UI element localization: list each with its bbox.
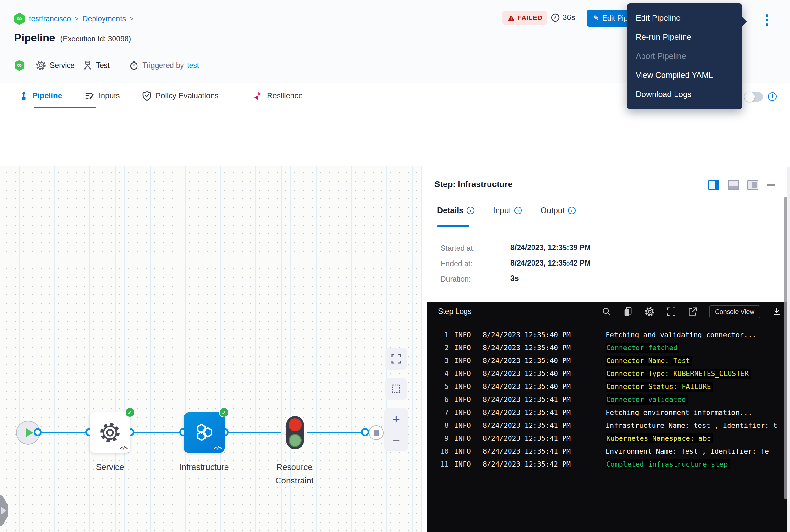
- pipeline-end-node[interactable]: [369, 425, 384, 440]
- node-infrastructure[interactable]: </>: [184, 412, 225, 453]
- menu-item-abort-pipeline: Abort Pipeline: [627, 46, 743, 66]
- log-level: INFO: [454, 344, 483, 352]
- service-name[interactable]: Service: [50, 61, 75, 70]
- log-line-11: 11INFO8/24/2023 12:35:42 PMCompleted inf…: [427, 458, 790, 471]
- policy-shield-icon: [142, 91, 151, 101]
- log-level: INFO: [454, 369, 483, 378]
- elapsed-time: 36s: [551, 13, 575, 22]
- toggle-knob: [745, 92, 755, 102]
- external-link-icon[interactable]: [688, 307, 697, 316]
- scrollbar-track[interactable]: [787, 167, 790, 532]
- duration-value: 3s: [510, 274, 519, 283]
- node-port[interactable]: [34, 428, 42, 436]
- log-level: INFO: [454, 421, 483, 430]
- tab-inputs[interactable]: Inputs: [85, 84, 120, 108]
- info-icon[interactable]: i: [768, 92, 777, 101]
- fullscreen-icon: [391, 354, 402, 364]
- tab-details[interactable]: Detailsi: [437, 206, 474, 215]
- breadcrumb-separator: >: [130, 15, 134, 23]
- log-message: Infrastructure Name: test , Identifier: …: [605, 421, 777, 430]
- expand-left-panel-handle[interactable]: [0, 493, 8, 529]
- log-level: INFO: [454, 447, 483, 455]
- menu-item-view-compiled-yaml[interactable]: View Compiled YAML: [627, 66, 743, 85]
- log-timestamp: 8/24/2023 12:35:40 PM: [483, 344, 580, 352]
- tab-input[interactable]: Inputi: [493, 206, 522, 215]
- download-icon[interactable]: [772, 307, 781, 316]
- log-line-number: 1: [427, 331, 449, 339]
- page-title: Pipeline: [14, 32, 55, 44]
- search-icon[interactable]: [602, 307, 611, 316]
- breadcrumb-deployments[interactable]: Deployments: [82, 15, 126, 23]
- log-level: INFO: [454, 382, 483, 391]
- ended-at-value: 8/24/2023, 12:35:42 PM: [510, 259, 591, 268]
- breadcrumb-project[interactable]: testfrancisco: [29, 15, 71, 23]
- node-service[interactable]: </>: [90, 412, 130, 453]
- gear-icon: [100, 422, 120, 443]
- layout-right-split-icon[interactable]: [709, 180, 719, 190]
- log-level: INFO: [454, 460, 483, 468]
- stage-summary-bar: deploy Started at: 8/24/2023, 12:35:11 P…: [0, 109, 790, 166]
- resilience-chaos-icon: [253, 91, 263, 101]
- fit-to-screen-button[interactable]: [385, 348, 407, 369]
- log-level: INFO: [454, 396, 483, 403]
- triggered-by-user[interactable]: test: [187, 61, 199, 70]
- menu-item-download-logs[interactable]: Download Logs: [627, 85, 743, 104]
- tab-policy-evaluations[interactable]: Policy Evaluations: [142, 84, 219, 108]
- zoom-controls: + −: [384, 408, 408, 452]
- log-lines[interactable]: 1INFO8/24/2023 12:35:40 PMFetching and v…: [427, 321, 790, 471]
- node-label-infrastructure: Infrastructure: [171, 460, 237, 474]
- zoom-in-button[interactable]: +: [392, 413, 400, 425]
- log-line-8: 8INFO8/24/2023 12:35:41 PMInfrastructure…: [427, 419, 790, 432]
- success-check-badge: ✓: [125, 407, 135, 417]
- duration-label: Duration:: [441, 275, 471, 284]
- node-resource-constraint[interactable]: [286, 416, 304, 449]
- layout-floating-icon[interactable]: [747, 180, 758, 190]
- pencil-icon: ✎: [593, 14, 599, 22]
- log-line-number: 5: [427, 382, 449, 391]
- menu-item-edit-pipeline[interactable]: Edit Pipeline: [627, 8, 743, 27]
- tab-output[interactable]: Outputi: [541, 206, 576, 215]
- kebab-menu-icon[interactable]: [762, 12, 772, 28]
- zoom-out-button[interactable]: −: [392, 434, 400, 447]
- step-panel-title: Step: Infrastructure: [435, 179, 513, 189]
- environment-name[interactable]: Test: [96, 61, 110, 70]
- traffic-light-red: [289, 418, 302, 431]
- copy-icon[interactable]: [623, 307, 633, 317]
- log-line-number: 8: [427, 421, 449, 430]
- view-toggle[interactable]: [744, 92, 763, 101]
- layout-bottom-split-icon[interactable]: [728, 180, 739, 190]
- node-label-service: Service: [90, 460, 130, 474]
- triggered-by-label: Triggered by: [142, 61, 184, 70]
- console-view-button[interactable]: Console View: [710, 305, 760, 318]
- log-line-number: 2: [427, 344, 449, 352]
- minimize-panel-icon[interactable]: [767, 184, 775, 186]
- info-icon[interactable]: i: [568, 207, 576, 214]
- log-line-7: 7INFO8/24/2023 12:35:41 PMFetching envir…: [427, 406, 790, 419]
- breadcrumb-separator: >: [75, 15, 79, 23]
- log-timestamp: 8/24/2023 12:35:40 PM: [483, 382, 580, 391]
- log-line-number: 10: [427, 447, 449, 455]
- pipeline-canvas[interactable]: </> ✓ </> ✓ Service Infrastructure Resou…: [0, 166, 422, 532]
- menu-item-re-run-pipeline[interactable]: Re-run Pipeline: [627, 27, 743, 46]
- log-message: Completed infrastructure step: [605, 459, 730, 469]
- info-icon[interactable]: i: [467, 207, 474, 214]
- marquee-select-button[interactable]: [385, 378, 407, 400]
- harness-cd-icon: ∞: [14, 12, 25, 25]
- fullscreen-icon[interactable]: [667, 307, 676, 316]
- info-icon[interactable]: i: [514, 207, 522, 214]
- log-timestamp: 8/24/2023 12:35:41 PM: [483, 396, 580, 403]
- gear-icon[interactable]: [645, 307, 654, 317]
- pipeline-icon: [19, 91, 28, 101]
- log-line-number: 6: [427, 396, 449, 403]
- log-timestamp: 8/24/2023 12:35:40 PM: [483, 357, 580, 365]
- tab-resilience[interactable]: Resilience: [253, 84, 303, 108]
- node-port[interactable]: [361, 428, 369, 436]
- log-line-number: 7: [427, 408, 449, 417]
- tab-pipeline[interactable]: Pipeline: [19, 84, 62, 108]
- scrollbar-thumb[interactable]: [784, 197, 787, 499]
- harness-cd-icon: ∞: [14, 59, 24, 71]
- pipeline-actions-menu: Edit PipelineRe-run PipelineAbort Pipeli…: [627, 3, 743, 109]
- stop-icon: [374, 430, 379, 436]
- log-message: Connector Type: KUBERNETES_CLUSTER: [605, 368, 751, 379]
- log-line-number: 9: [427, 434, 449, 442]
